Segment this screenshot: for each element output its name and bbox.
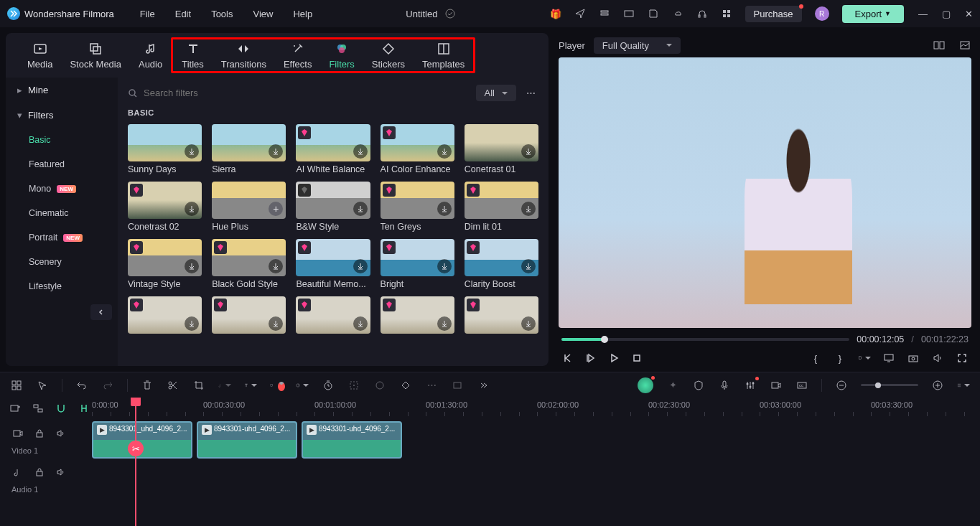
tab-titles[interactable]: Titles xyxy=(173,41,213,70)
sidebar-scenery[interactable]: Scenery xyxy=(6,250,118,274)
menu-help[interactable]: Help xyxy=(293,9,312,19)
compare-view-icon[interactable] xyxy=(933,39,946,52)
tab-audio[interactable]: Audio xyxy=(130,41,171,70)
filter-card[interactable]: Vintage Style xyxy=(128,239,202,289)
download-icon[interactable] xyxy=(353,316,368,331)
filter-card[interactable]: B&W Style xyxy=(296,182,370,232)
send-icon[interactable] xyxy=(574,8,586,19)
tab-media[interactable]: Media xyxy=(19,41,61,70)
filter-card[interactable]: AI Color Enhance xyxy=(381,124,454,174)
headphones-icon[interactable] xyxy=(696,8,708,19)
mask-icon[interactable] xyxy=(451,379,464,392)
export-button[interactable]: Export▼ xyxy=(842,5,905,23)
download-icon[interactable] xyxy=(521,202,536,216)
scissors-icon[interactable]: ✂ xyxy=(128,441,144,456)
tab-templates[interactable]: Templates xyxy=(414,41,473,70)
download-icon[interactable] xyxy=(437,202,452,216)
filter-card[interactable]: Black Gold Style xyxy=(212,239,286,289)
tab-filters[interactable]: Filters xyxy=(320,41,363,70)
mute-track-icon[interactable] xyxy=(55,427,67,440)
video-clip[interactable]: ▶8943301-uhd_4096_2... xyxy=(197,421,297,459)
split-icon[interactable] xyxy=(167,379,179,392)
more-tools-icon[interactable]: ⋯ xyxy=(425,379,438,392)
linked-selection-icon[interactable] xyxy=(78,402,90,415)
sidebar-cinematic[interactable]: Cinematic xyxy=(6,201,118,225)
magnet-icon[interactable] xyxy=(55,402,67,415)
fullscreen-icon[interactable] xyxy=(956,352,969,365)
filter-card[interactable]: Conetrast 01 xyxy=(465,124,538,174)
save-icon[interactable] xyxy=(648,8,659,19)
video-track-icon[interactable] xyxy=(11,427,24,440)
undo-icon[interactable] xyxy=(75,379,88,392)
sidebar-portrait[interactable]: PortraitNEW xyxy=(6,225,118,250)
filter-card[interactable]: Beautiful Memo... xyxy=(296,239,370,289)
sidebar-basic[interactable]: Basic xyxy=(6,128,118,152)
filter-card[interactable]: AI White Balance xyxy=(296,124,370,174)
image-view-icon[interactable] xyxy=(958,39,971,52)
sidebar-featured[interactable]: Featured xyxy=(6,152,118,177)
quality-dropdown[interactable]: Full Quality xyxy=(594,37,681,54)
close-button[interactable]: ✕ xyxy=(965,9,973,19)
gift-icon[interactable]: 🎁 xyxy=(550,8,561,19)
download-icon[interactable] xyxy=(269,144,283,159)
video-preview[interactable] xyxy=(559,57,971,328)
download-icon[interactable] xyxy=(185,202,199,216)
tracking-icon[interactable] xyxy=(347,379,360,392)
menu-file[interactable]: File xyxy=(140,9,155,19)
zoom-in-icon[interactable] xyxy=(931,379,944,392)
filter-card[interactable]: Ten Greys xyxy=(381,182,454,232)
more-options-icon[interactable]: ⋯ xyxy=(523,85,538,101)
filter-card[interactable] xyxy=(381,296,454,337)
delete-icon[interactable] xyxy=(141,379,154,392)
keyframe-icon[interactable] xyxy=(399,379,412,392)
download-icon[interactable] xyxy=(437,316,452,331)
redo-icon[interactable] xyxy=(101,379,114,392)
record-icon[interactable] xyxy=(770,379,783,392)
tab-transitions[interactable]: Transitions xyxy=(213,41,275,70)
queue-icon[interactable] xyxy=(599,8,610,19)
filter-all-dropdown[interactable]: All xyxy=(476,85,516,101)
purchase-button[interactable]: Purchase xyxy=(745,6,802,22)
screen-icon[interactable] xyxy=(623,8,635,19)
filter-card[interactable] xyxy=(465,296,538,337)
download-icon[interactable] xyxy=(521,144,536,159)
add-icon[interactable]: + xyxy=(269,202,283,216)
zoom-out-icon[interactable] xyxy=(835,379,848,392)
mic-icon[interactable] xyxy=(718,379,731,392)
snapshot-icon[interactable] xyxy=(907,352,920,365)
download-icon[interactable] xyxy=(437,144,452,159)
document-title[interactable]: Untitled xyxy=(406,9,437,19)
caption-icon[interactable]: cc xyxy=(795,379,808,392)
filter-card[interactable] xyxy=(128,296,202,337)
lock-audio-icon[interactable] xyxy=(33,466,46,479)
download-icon[interactable] xyxy=(521,316,536,331)
filter-card[interactable]: Dim lit 01 xyxy=(465,182,538,232)
audio-track[interactable] xyxy=(92,461,980,489)
volume-icon[interactable] xyxy=(931,352,944,365)
download-icon[interactable] xyxy=(185,316,199,331)
sidebar-mono[interactable]: MonoNEW xyxy=(6,177,118,201)
zoom-slider[interactable] xyxy=(861,384,918,386)
search-input[interactable] xyxy=(144,88,469,98)
menu-tools[interactable]: Tools xyxy=(211,9,233,19)
playhead[interactable]: ✂ xyxy=(135,398,136,526)
progress-handle[interactable] xyxy=(601,336,608,343)
mixer-icon[interactable] xyxy=(744,379,757,392)
color-icon[interactable] xyxy=(373,379,386,392)
user-avatar[interactable]: R xyxy=(815,6,829,21)
crop-icon[interactable] xyxy=(192,379,205,392)
add-track-icon[interactable] xyxy=(9,402,22,415)
mute-audio-icon[interactable] xyxy=(55,466,67,479)
prev-frame-icon[interactable] xyxy=(561,352,574,365)
play-icon[interactable] xyxy=(607,352,620,365)
download-icon[interactable] xyxy=(269,316,283,331)
duration-icon[interactable] xyxy=(322,379,335,392)
filter-card[interactable]: Sierra xyxy=(212,124,286,174)
download-icon[interactable] xyxy=(353,259,368,273)
sidebar-mine[interactable]: ▸Mine xyxy=(6,78,118,103)
time-ruler[interactable]: 0:00:0000:00:30:0000:01:00:0000:01:30:00… xyxy=(92,398,980,419)
apps-icon[interactable] xyxy=(721,8,732,19)
tab-stock-media[interactable]: Stock Media xyxy=(61,41,130,70)
download-icon[interactable] xyxy=(353,202,368,216)
audio-track-icon[interactable] xyxy=(11,466,24,479)
